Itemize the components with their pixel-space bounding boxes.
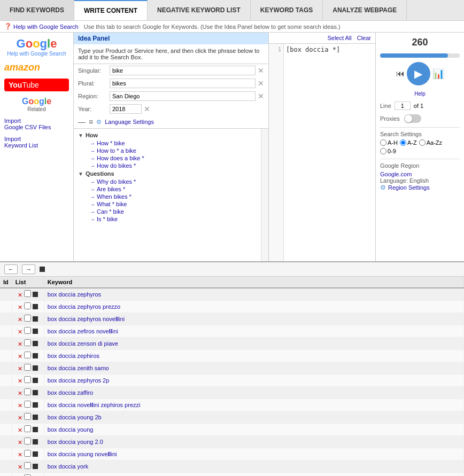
collapse-how-icon[interactable]: ▼: [78, 132, 83, 138]
back-button[interactable]: ←: [4, 264, 18, 274]
help-link[interactable]: Help: [414, 91, 426, 97]
black-square[interactable]: [33, 390, 38, 395]
row-checkbox[interactable]: [24, 315, 31, 322]
tab-keyword-tags[interactable]: KEYWORD TAGS: [251, 0, 323, 20]
tab-analyze-webpage[interactable]: ANALYZE WEBPAGE: [323, 0, 407, 20]
black-square[interactable]: [33, 427, 38, 432]
black-square[interactable]: [33, 415, 38, 420]
radio-aZ-input[interactable]: [400, 139, 406, 146]
row-checkbox[interactable]: [24, 462, 31, 469]
cell-keyword[interactable]: box doccia zenson di piave: [44, 338, 463, 350]
cell-keyword[interactable]: box doccia young: [44, 424, 463, 436]
black-square[interactable]: [33, 304, 38, 309]
radio-aaZz-input[interactable]: [419, 139, 426, 146]
row-checkbox[interactable]: [24, 290, 31, 297]
cell-keyword[interactable]: box doccia young 2b: [44, 411, 463, 424]
black-square[interactable]: [33, 341, 38, 346]
region-settings-link[interactable]: Region Settings: [388, 184, 430, 191]
cell-keyword[interactable]: box doccia zephyros 2p: [44, 374, 463, 387]
cell-keyword[interactable]: prezzo box doccia novellini young: [44, 473, 463, 477]
x-mark[interactable]: ✕: [18, 402, 22, 409]
tree-item-when[interactable]: → When bikes *: [74, 193, 261, 200]
row-checkbox[interactable]: [24, 425, 31, 432]
radio-09-input[interactable]: [380, 148, 386, 154]
clear-link[interactable]: Clear: [357, 35, 371, 41]
cell-keyword[interactable]: box doccia young 2.0: [44, 436, 463, 448]
google-related-logo[interactable]: Google Related: [4, 97, 69, 112]
cell-keyword[interactable]: box doccia zephyros: [44, 288, 463, 301]
editor-textarea[interactable]: [box doccia *]: [284, 44, 375, 261]
tree-item-how-bike[interactable]: → How * bike: [74, 139, 261, 147]
color-square[interactable]: [40, 267, 45, 272]
collapse-questions-icon[interactable]: ▼: [78, 171, 83, 177]
x-mark[interactable]: ✕: [18, 353, 22, 360]
x-mark[interactable]: ✕: [18, 451, 22, 458]
cell-keyword[interactable]: box doccia zephiros: [44, 350, 463, 362]
tree-item-how-does[interactable]: → How does a bike *: [74, 154, 261, 162]
line-input[interactable]: [395, 102, 411, 110]
x-mark[interactable]: ✕: [18, 304, 22, 310]
cell-keyword[interactable]: box doccia zefiros novellini: [44, 325, 463, 338]
google-search-logo[interactable]: Google Help with Google Search: [4, 37, 69, 57]
x-mark[interactable]: ✕: [18, 378, 22, 384]
tree-item-what[interactable]: → What * bike: [74, 200, 261, 208]
black-square[interactable]: [33, 316, 38, 322]
x-mark[interactable]: ✕: [18, 341, 22, 347]
row-checkbox[interactable]: [24, 413, 31, 420]
black-square[interactable]: [33, 439, 38, 444]
youtube-logo[interactable]: YouTube: [4, 79, 69, 91]
black-square[interactable]: [33, 451, 38, 457]
proxies-toggle[interactable]: [404, 114, 421, 123]
tab-negative-keyword-list[interactable]: NEGATIVE KEYWORD LIST: [148, 0, 251, 20]
tree-item-how-to-a-bike[interactable]: → How to * a bike: [74, 147, 261, 154]
x-mark[interactable]: ✕: [18, 427, 22, 433]
select-all-link[interactable]: Select All: [327, 35, 351, 41]
prev-button[interactable]: ⏮: [396, 69, 405, 79]
bar-chart-icon[interactable]: 📊: [432, 68, 444, 80]
tree-item-why[interactable]: → Why do bikes *: [74, 178, 261, 185]
year-input[interactable]: [110, 104, 142, 114]
row-checkbox[interactable]: [24, 388, 31, 395]
row-checkbox[interactable]: [24, 376, 31, 383]
x-mark[interactable]: ✕: [18, 439, 22, 446]
google-domain-link[interactable]: Google.com: [380, 171, 460, 177]
x-mark[interactable]: ✕: [18, 390, 22, 396]
black-square[interactable]: [33, 365, 38, 371]
x-mark[interactable]: ✕: [18, 464, 22, 470]
tree-scrollbar[interactable]: [261, 129, 268, 261]
black-square[interactable]: [33, 329, 38, 334]
cell-keyword[interactable]: box doccia zephyros novellini: [44, 313, 463, 325]
row-checkbox[interactable]: [24, 339, 31, 346]
tree-item-is[interactable]: → Is * bike: [74, 215, 261, 223]
tab-find-keywords[interactable]: FIND KEYWORDS: [0, 0, 74, 20]
import-keyword-list-link[interactable]: ImportKeyword List: [4, 136, 69, 149]
cell-keyword[interactable]: box doccia zaffiro: [44, 387, 463, 399]
singular-input[interactable]: [110, 66, 256, 75]
row-checkbox[interactable]: [24, 364, 31, 371]
tree-item-are[interactable]: → Are bikes *: [74, 185, 261, 193]
cell-keyword[interactable]: box doccia young novellini: [44, 448, 463, 461]
language-settings-link[interactable]: Language Settings: [105, 119, 154, 125]
tree-item-how-do[interactable]: → How do bikes *: [74, 162, 261, 169]
black-square[interactable]: [33, 402, 38, 408]
row-checkbox[interactable]: [24, 352, 31, 358]
import-google-csv-link[interactable]: ImportGoogle CSV Files: [4, 118, 69, 130]
year-clear-button[interactable]: ✕: [144, 105, 150, 113]
region-clear-button[interactable]: ✕: [258, 92, 264, 100]
x-mark[interactable]: ✕: [18, 415, 22, 421]
row-checkbox[interactable]: [24, 450, 31, 457]
amazon-logo[interactable]: amazon: [4, 62, 69, 73]
row-checkbox[interactable]: [24, 302, 31, 309]
cell-keyword[interactable]: box doccia zephyros prezzo: [44, 301, 463, 313]
help-google-search-link[interactable]: ❓ Help with Google Search: [4, 23, 79, 30]
singular-clear-button[interactable]: ✕: [258, 66, 264, 75]
forward-button[interactable]: →: [22, 264, 35, 274]
row-checkbox[interactable]: [24, 327, 31, 334]
plural-clear-button[interactable]: ✕: [258, 79, 264, 88]
play-button[interactable]: ▶: [407, 62, 430, 85]
cell-keyword[interactable]: box doccia york: [44, 461, 463, 473]
row-checkbox[interactable]: [24, 401, 31, 408]
black-square[interactable]: [33, 353, 38, 358]
tree-item-can[interactable]: → Can * bike: [74, 208, 261, 215]
x-mark[interactable]: ✕: [18, 329, 22, 335]
